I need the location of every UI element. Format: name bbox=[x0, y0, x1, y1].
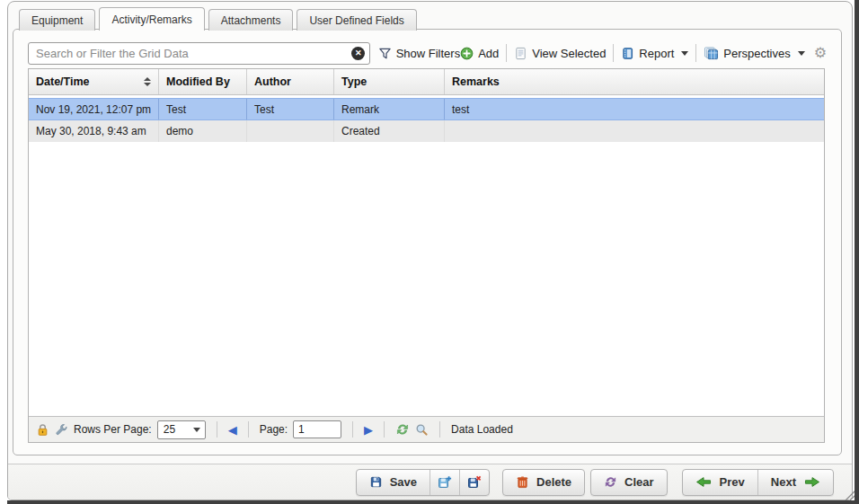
search-box: ✕ bbox=[28, 42, 370, 65]
prev-next-button-group: Prev Next bbox=[682, 469, 834, 496]
desktop-edge-right bbox=[855, 0, 859, 504]
tab-attachments[interactable]: Attachments bbox=[208, 9, 294, 31]
grid-status-bar: Rows Per Page: 25 ◀ Page: ▶ bbox=[29, 416, 824, 442]
save-and-close-button[interactable] bbox=[459, 470, 489, 495]
show-filters-button[interactable]: Show Filters bbox=[378, 47, 461, 60]
save-and-new-button[interactable] bbox=[430, 470, 459, 495]
chevron-down-icon bbox=[681, 51, 688, 56]
search-input[interactable] bbox=[28, 42, 370, 65]
save-button[interactable]: Save bbox=[357, 470, 430, 495]
delete-button[interactable]: Delete bbox=[502, 469, 585, 496]
footer-bar: Save Delete bbox=[8, 464, 852, 500]
arrow-right-icon bbox=[803, 475, 820, 489]
save-button-group: Save bbox=[356, 469, 490, 496]
arrow-left-icon bbox=[695, 475, 713, 489]
activity-remarks-panel: ✕ Show Filters Add bbox=[13, 29, 842, 455]
clear-search-icon[interactable]: ✕ bbox=[351, 47, 365, 60]
lock-icon[interactable] bbox=[36, 423, 49, 437]
page-label: Page: bbox=[260, 423, 288, 436]
status-text: Data Loaded bbox=[451, 423, 513, 436]
save-close-floppy-x-icon bbox=[467, 475, 482, 490]
tab-activity-remarks[interactable]: Activity/Remarks bbox=[99, 7, 204, 31]
chevron-down-icon bbox=[798, 51, 805, 56]
prev-button[interactable]: Prev bbox=[683, 470, 757, 495]
grid-header-row: Date/Time Modified By Author Type Remark… bbox=[29, 69, 824, 95]
table-row[interactable]: May 30, 2018, 9:43 am demo Created bbox=[29, 120, 824, 142]
equipment-detail-window: Equipment Activity/Remarks Attachments U… bbox=[7, 1, 853, 500]
rows-per-page-select[interactable]: 25 bbox=[157, 420, 206, 439]
next-page-icon[interactable]: ▶ bbox=[364, 424, 373, 436]
gear-icon[interactable]: ⚙ bbox=[814, 46, 827, 60]
activity-grid: Date/Time Modified By Author Type Remark… bbox=[28, 68, 825, 443]
page-input[interactable] bbox=[293, 420, 341, 438]
grid-empty-area bbox=[29, 142, 824, 416]
column-header-remarks[interactable]: Remarks bbox=[445, 69, 824, 94]
table-row[interactable]: Nov 19, 2021, 12:07 pm Test Test Remark … bbox=[29, 98, 824, 120]
tab-strip: Equipment Activity/Remarks Attachments U… bbox=[19, 7, 421, 31]
wrench-icon[interactable] bbox=[55, 423, 68, 437]
grid-toolbar: ✕ Show Filters Add bbox=[28, 40, 827, 66]
trash-icon bbox=[516, 475, 529, 489]
tab-equipment[interactable]: Equipment bbox=[19, 9, 95, 31]
add-plus-icon bbox=[460, 47, 474, 60]
save-new-floppy-plus-icon bbox=[438, 475, 452, 490]
prev-page-icon[interactable]: ◀ bbox=[228, 424, 237, 436]
column-header-modified-by[interactable]: Modified By bbox=[159, 69, 247, 94]
next-button[interactable]: Next bbox=[757, 470, 833, 495]
tab-user-defined-fields[interactable]: User Defined Fields bbox=[297, 9, 416, 31]
column-header-author[interactable]: Author bbox=[247, 69, 334, 94]
view-selected-button[interactable]: View Selected bbox=[514, 47, 606, 60]
column-header-datetime[interactable]: Date/Time bbox=[29, 69, 159, 94]
filter-funnel-icon bbox=[378, 47, 392, 60]
rows-per-page-label: Rows Per Page: bbox=[74, 423, 152, 436]
refresh-icon[interactable] bbox=[395, 422, 410, 437]
column-header-type[interactable]: Type bbox=[334, 69, 445, 94]
report-dropdown-button[interactable]: Report bbox=[621, 47, 688, 60]
report-notebook-icon bbox=[621, 47, 634, 60]
save-floppy-icon bbox=[369, 475, 383, 489]
perspectives-layers-icon bbox=[704, 47, 719, 60]
add-button[interactable]: Add bbox=[460, 47, 499, 60]
magnifier-icon[interactable] bbox=[415, 423, 429, 437]
perspectives-dropdown-button[interactable]: Perspectives bbox=[704, 47, 804, 60]
sort-icon[interactable] bbox=[144, 77, 151, 86]
desktop-edge-bottom bbox=[7, 500, 859, 504]
screen: Equipment Activity/Remarks Attachments U… bbox=[0, 0, 859, 504]
clear-refresh-icon bbox=[604, 475, 617, 489]
clear-button[interactable]: Clear bbox=[590, 469, 668, 496]
document-icon bbox=[514, 47, 527, 60]
